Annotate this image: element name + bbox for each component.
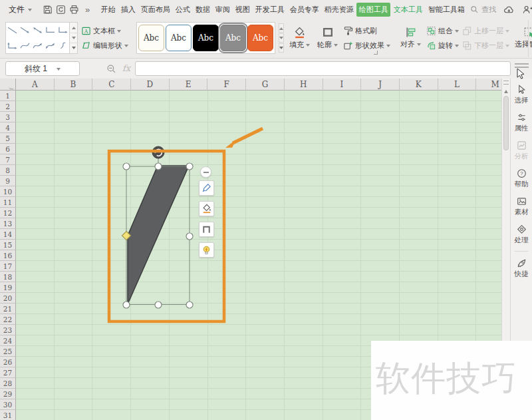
zoom-icon[interactable] [106,64,116,74]
row-header[interactable]: 22 [0,314,16,325]
sidebar-item-materials[interactable]: 素材 [511,192,532,220]
row-header[interactable]: 11 [0,197,16,208]
elbow-double-arrow-icon[interactable] [6,41,19,50]
add-user-icon[interactable] [522,5,532,15]
sidebar-item-properties[interactable]: 属性 [511,108,532,136]
float-style-brush-button[interactable] [199,180,214,196]
select-all-corner[interactable] [0,79,16,91]
ribbon-tab[interactable]: 开始 [98,3,118,17]
row-header[interactable]: 26 [0,357,16,367]
row-header[interactable]: 6 [0,144,16,154]
style-preset-5[interactable]: Abc [247,25,273,51]
row-header[interactable]: 29 [0,389,16,399]
ribbon-tab[interactable]: 视图 [233,3,252,17]
cloud-sync-icon[interactable] [503,5,515,15]
formula-input[interactable] [135,61,511,76]
split-handle-icon[interactable] [503,81,509,85]
gallery-scroll-down[interactable] [70,33,77,43]
row-header[interactable]: 5 [0,133,16,144]
column-header[interactable]: B [55,79,93,91]
float-fill-color-button[interactable] [199,201,214,216]
row-header[interactable]: 4 [0,122,16,133]
style-scroll-up[interactable] [279,23,284,33]
column-header[interactable]: H [285,79,323,91]
sidebar-item-shortcut[interactable]: 快捷 [511,254,532,282]
undo-icon[interactable] [56,4,66,15]
row-header[interactable]: 10 [0,186,16,197]
row-header[interactable]: 7 [0,154,16,165]
ribbon-tab[interactable]: 会员专享 [287,3,321,17]
style-scroll-down[interactable] [279,33,284,43]
column-header[interactable]: C [92,79,131,91]
print-icon[interactable] [69,4,79,15]
row-header[interactable]: 2 [0,101,16,112]
row-header[interactable]: 18 [0,272,16,282]
row-header[interactable]: 14 [0,229,16,240]
column-header[interactable]: L [438,79,477,91]
format-painter-button[interactable]: 格式刷 [343,26,390,36]
file-menu[interactable]: 文件 [9,4,25,15]
sidebar-item-process[interactable]: 处理 [511,220,532,248]
column-header[interactable]: M [476,79,501,91]
ribbon-tab[interactable]: 数据 [193,3,212,17]
style-more-button[interactable] [279,43,284,53]
column-header[interactable]: G [246,79,285,91]
row-header[interactable]: 19 [0,282,16,293]
chevron-down-icon[interactable] [28,9,32,13]
ribbon-tab[interactable]: 插入 [118,3,138,17]
edit-shape-button[interactable]: 编辑形状 [81,41,128,51]
ribbon-tab[interactable]: 文本工具 [391,3,425,17]
row-header[interactable]: 25 [0,346,16,357]
curved-double-arrow-icon[interactable] [44,41,57,50]
row-header[interactable]: 3 [0,112,16,122]
row-header[interactable]: 1 [0,91,16,101]
sidebar-item-help[interactable]: ? 帮助 [511,164,532,192]
ribbon-tab[interactable]: 页面布局 [138,3,172,17]
column-header[interactable]: D [131,79,170,91]
row-header[interactable]: 23 [0,325,16,335]
row-header[interactable]: 31 [0,410,16,420]
align-button[interactable]: 对齐 [398,22,423,54]
style-preset-4-selected[interactable]: Abc [220,25,246,51]
row-header[interactable]: 12 [0,208,16,218]
ribbon-tab[interactable]: 审阅 [213,3,232,17]
row-header[interactable]: 8 [0,165,16,176]
elbow-connector-icon[interactable] [44,26,57,35]
row-header[interactable]: 9 [0,176,16,186]
row-header[interactable]: 30 [0,399,16,410]
formula-bar-handle[interactable] [515,63,529,68]
arrow-shape-icon[interactable] [19,26,31,35]
row-header[interactable]: 27 [0,367,16,378]
curved-arrow-connector-icon[interactable] [31,41,44,50]
ribbon-tab[interactable]: 公式 [173,3,192,17]
sidebar-item-select[interactable]: 选择 [511,81,532,108]
shape-effects-button[interactable]: 形状效果 [343,41,390,51]
column-header[interactable]: E [170,79,208,91]
double-arrow-shape-icon[interactable] [31,26,44,35]
scrollbar-thumb[interactable] [503,96,509,150]
row-header[interactable]: 17 [0,261,16,272]
column-header[interactable]: K [400,79,438,91]
float-outline-button[interactable] [199,222,214,237]
ribbon-tab[interactable]: 绘图工具 [356,3,390,17]
more-quick-icons[interactable]: » [85,5,90,15]
row-header[interactable]: 15 [0,240,16,250]
column-header[interactable]: F [207,79,246,91]
style-preset-1[interactable]: Abc [138,25,164,51]
outline-button[interactable]: 轮廓 [315,22,340,54]
fill-button[interactable]: 填充 [287,22,312,54]
elbow-arrow-connector-icon[interactable] [57,26,69,35]
ribbon-tab[interactable]: 智能工具箱 [426,3,467,17]
style-preset-2[interactable]: Abc [166,25,192,51]
row-header[interactable]: 16 [0,250,16,261]
row-header[interactable]: 13 [0,218,16,229]
float-smart-recommend-button[interactable] [199,242,214,258]
search-box[interactable]: 查找 [470,5,496,15]
ribbon-tab[interactable]: 稻壳资源 [322,3,356,17]
ribbon-tab[interactable]: 开发工具 [253,3,287,17]
freeform-shape-icon[interactable] [57,41,69,50]
line-shape-icon[interactable] [6,26,19,35]
row-header[interactable]: 28 [0,378,16,389]
group-button[interactable]: 组合 [426,26,459,36]
dialog-launcher-icon[interactable] [374,51,378,55]
